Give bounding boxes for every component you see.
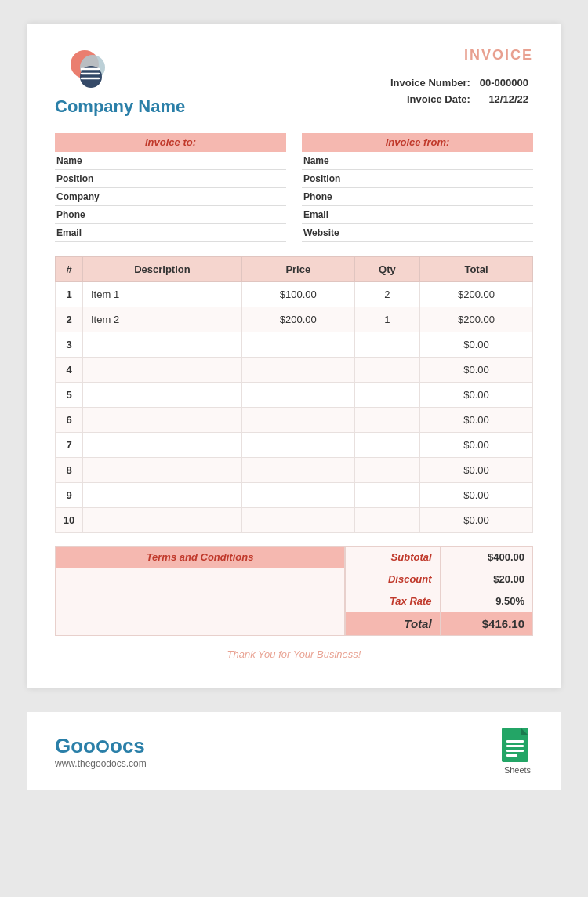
row-price bbox=[241, 433, 354, 458]
invoice-date-value: 12/12/22 bbox=[475, 91, 533, 107]
row-total: $200.00 bbox=[420, 307, 533, 332]
row-desc bbox=[83, 408, 242, 433]
row-qty bbox=[354, 332, 419, 358]
from-position-value bbox=[358, 173, 532, 184]
sheets-svg bbox=[502, 728, 533, 765]
row-desc: Item 2 bbox=[83, 307, 242, 332]
table-row: 9 $0.00 bbox=[56, 483, 533, 508]
row-qty bbox=[354, 408, 419, 433]
row-qty: 1 bbox=[354, 307, 419, 332]
col-description: Description bbox=[83, 257, 242, 282]
row-total: $200.00 bbox=[420, 282, 533, 307]
row-qty bbox=[354, 483, 419, 508]
to-company-label: Company bbox=[56, 191, 111, 202]
row-total: $0.00 bbox=[420, 332, 533, 358]
table-row: 3 $0.00 bbox=[56, 332, 533, 358]
to-phone-value bbox=[111, 209, 285, 220]
footer-section: Terms and Conditions Subtotal $400.00 Di… bbox=[55, 546, 533, 636]
to-email-value bbox=[111, 227, 285, 238]
col-num: # bbox=[56, 257, 83, 282]
total-value: $416.10 bbox=[440, 612, 532, 636]
from-website-label: Website bbox=[303, 227, 358, 238]
row-qty bbox=[354, 508, 419, 533]
total-row: Total $416.10 bbox=[346, 612, 533, 636]
row-desc bbox=[83, 433, 242, 458]
row-num: 5 bbox=[56, 383, 83, 408]
row-qty bbox=[354, 358, 419, 383]
invoice-number-label: Invoice Number: bbox=[386, 74, 475, 91]
terms-header: Terms and Conditions bbox=[56, 547, 344, 568]
row-qty: 2 bbox=[354, 282, 419, 307]
invoice-date-row: Invoice Date: 12/12/22 bbox=[386, 91, 533, 107]
table-row: 10 $0.00 bbox=[56, 508, 533, 533]
address-section: Invoice to: Name Position Company Phone … bbox=[55, 133, 533, 242]
discount-label: Discount bbox=[346, 568, 441, 590]
total-label: Total bbox=[346, 612, 441, 636]
terms-block: Terms and Conditions bbox=[55, 546, 345, 636]
table-row: 5 $0.00 bbox=[56, 383, 533, 408]
to-email-row: Email bbox=[55, 224, 286, 242]
totals-table: Subtotal $400.00 Discount $20.00 Tax Rat… bbox=[345, 546, 533, 636]
from-website-value bbox=[358, 227, 532, 238]
row-total: $0.00 bbox=[420, 383, 533, 408]
bottom-branding: Gooocs www.thegoodocs.com Sheets bbox=[27, 712, 561, 790]
row-desc bbox=[83, 508, 242, 533]
goodocs-logo: Gooocs www.thegoodocs.com bbox=[55, 734, 147, 769]
to-company-value bbox=[111, 191, 285, 202]
from-email-label: Email bbox=[303, 209, 358, 220]
row-desc bbox=[83, 383, 242, 408]
terms-content bbox=[56, 568, 344, 630]
row-price: $100.00 bbox=[241, 282, 354, 307]
from-phone-label: Phone bbox=[303, 191, 358, 202]
row-total: $0.00 bbox=[420, 433, 533, 458]
from-email-value bbox=[358, 209, 532, 220]
discount-row: Discount $20.00 bbox=[346, 568, 533, 590]
to-email-label: Email bbox=[56, 227, 111, 238]
subtotal-row: Subtotal $400.00 bbox=[346, 547, 533, 568]
table-row: 4 $0.00 bbox=[56, 358, 533, 383]
row-num: 3 bbox=[56, 332, 83, 358]
subtotal-value: $400.00 bbox=[440, 547, 532, 568]
items-table: # Description Price Qty Total 1 Item 1 $… bbox=[55, 256, 533, 533]
row-desc bbox=[83, 358, 242, 383]
tax-label: Tax Rate bbox=[346, 590, 441, 612]
table-row: 8 $0.00 bbox=[56, 458, 533, 483]
invoice-to-block: Invoice to: Name Position Company Phone … bbox=[55, 133, 286, 242]
from-phone-value bbox=[358, 191, 532, 202]
invoice-date-label: Invoice Date: bbox=[386, 91, 475, 107]
invoice-header: Company Name INVOICE Invoice Number: 00-… bbox=[55, 47, 533, 117]
row-qty bbox=[354, 383, 419, 408]
row-price bbox=[241, 508, 354, 533]
invoice-number-row: Invoice Number: 00-000000 bbox=[386, 74, 533, 91]
row-total: $0.00 bbox=[420, 508, 533, 533]
from-name-label: Name bbox=[303, 155, 358, 166]
from-phone-row: Phone bbox=[302, 188, 533, 206]
discount-value: $20.00 bbox=[440, 568, 532, 590]
from-name-value bbox=[358, 155, 532, 166]
tax-value: 9.50% bbox=[440, 590, 532, 612]
logo-area: Company Name bbox=[55, 47, 185, 117]
table-row: 1 Item 1 $100.00 2 $200.00 bbox=[56, 282, 533, 307]
row-price bbox=[241, 483, 354, 508]
invoice-meta-table: Invoice Number: 00-000000 Invoice Date: … bbox=[386, 74, 533, 107]
row-total: $0.00 bbox=[420, 358, 533, 383]
company-name: Company Name bbox=[55, 96, 185, 117]
to-name-row: Name bbox=[55, 152, 286, 170]
row-price bbox=[241, 383, 354, 408]
svg-rect-10 bbox=[506, 750, 524, 752]
row-total: $0.00 bbox=[420, 458, 533, 483]
invoice-number-value: 00-000000 bbox=[475, 74, 533, 91]
to-phone-row: Phone bbox=[55, 206, 286, 224]
svg-rect-8 bbox=[506, 740, 524, 743]
tax-row: Tax Rate 9.50% bbox=[346, 590, 533, 612]
col-price: Price bbox=[241, 257, 354, 282]
to-company-row: Company bbox=[55, 188, 286, 206]
from-email-row: Email bbox=[302, 206, 533, 224]
row-num: 2 bbox=[56, 307, 83, 332]
goodocs-wordmark: Gooocs bbox=[55, 734, 147, 758]
table-row: 2 Item 2 $200.00 1 $200.00 bbox=[56, 307, 533, 332]
row-desc bbox=[83, 458, 242, 483]
row-price bbox=[241, 408, 354, 433]
from-position-row: Position bbox=[302, 170, 533, 188]
row-qty bbox=[354, 458, 419, 483]
